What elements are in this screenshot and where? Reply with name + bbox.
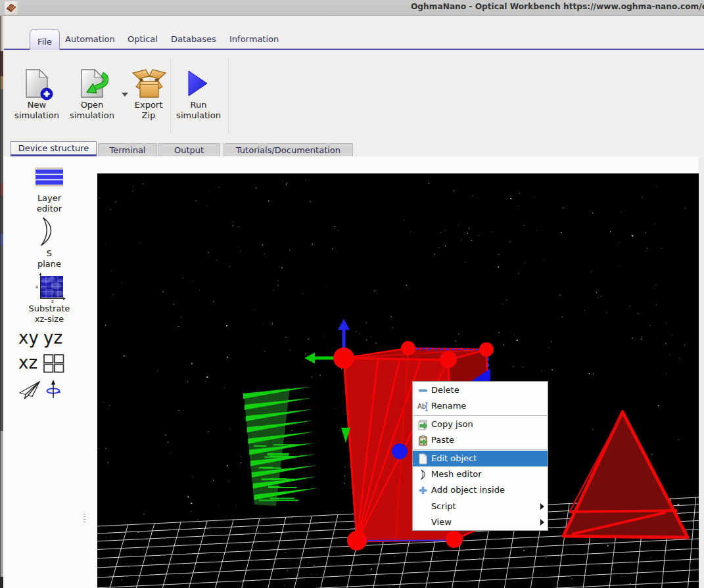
s-plane-icon — [38, 217, 58, 247]
svg-text:z: z — [51, 299, 54, 303]
menu-item-mesh-editor[interactable]: Mesh editor — [413, 466, 548, 482]
open-document-icon — [80, 68, 112, 102]
substrate-xz-size-label: Substratexz-size — [16, 304, 82, 325]
mesh-icon — [417, 469, 429, 480]
tetrahedron-object[interactable] — [563, 412, 688, 537]
menubar-underline — [4, 49, 704, 50]
splitter-handle[interactable] — [83, 514, 85, 524]
rename-icon: Ab — [417, 401, 429, 412]
menu-tab-databases[interactable]: Databases — [171, 34, 216, 44]
ribbon-separator — [170, 58, 171, 133]
fly-view-button[interactable] — [18, 378, 41, 399]
menu-tab-file[interactable]: File — [30, 29, 60, 50]
plus-icon — [417, 485, 429, 496]
rotate-icon — [45, 379, 63, 399]
chip-icon — [5, 1, 18, 14]
s-plane-label: Splane — [16, 248, 82, 269]
new-document-icon — [25, 68, 57, 102]
menu-item-rename[interactable]: Ab Rename — [413, 398, 548, 414]
view-yz-button[interactable]: yz — [43, 328, 62, 348]
export-zip-button[interactable]: ExportZip — [121, 58, 176, 134]
menu-tab-optical[interactable]: Optical — [128, 34, 158, 44]
tab-terminal[interactable]: Terminal — [98, 143, 157, 156]
menu-item-view[interactable]: View — [413, 514, 548, 530]
paper-plane-icon — [18, 378, 41, 399]
new-simulation-button[interactable]: Newsimulation — [9, 58, 64, 134]
svg-text:x: x — [35, 284, 38, 290]
layer-editor-label: Layereditor — [16, 193, 82, 214]
substrate-plot-icon: x z — [34, 273, 66, 303]
layer-editor-button[interactable] — [33, 166, 66, 187]
run-simulation-label: Runsimulation — [171, 100, 226, 120]
grid-view-button[interactable] — [43, 353, 65, 373]
substrate-xz-size-button[interactable]: x z — [34, 273, 66, 303]
menu-item-delete[interactable]: Delete — [413, 382, 548, 398]
menu-item-script[interactable]: Script — [413, 499, 548, 514]
menu-item-copy-json[interactable]: Copy json — [413, 417, 548, 432]
menu-separator — [413, 449, 547, 450]
right-gutter — [699, 156, 704, 588]
s-plane-button[interactable] — [38, 217, 58, 247]
tab-device-structure[interactable]: Device structure — [11, 141, 97, 156]
ribbon-separator — [228, 58, 229, 133]
run-play-icon — [187, 70, 210, 99]
rotate-view-button[interactable] — [45, 379, 63, 399]
menu-tab-automation[interactable]: Automation — [65, 34, 115, 44]
3d-viewport[interactable] — [97, 173, 699, 588]
open-simulation-label: Opensimulation — [64, 100, 120, 120]
menu-item-paste[interactable]: Paste — [413, 432, 548, 448]
title-bar[interactable]: OghmaNano - Optical Workbench https://ww… — [0, 0, 704, 16]
submenu-arrow-icon — [540, 519, 544, 526]
copy-icon — [417, 419, 429, 430]
green-grating-object[interactable] — [243, 387, 318, 507]
paste-icon — [417, 435, 429, 446]
run-simulation-button[interactable]: Runsimulation — [171, 58, 226, 134]
svg-text:Ab: Ab — [417, 403, 426, 410]
export-zip-label: ExportZip — [121, 100, 176, 120]
tab-tutorials-documentation[interactable]: Tutorials/Documentation — [223, 143, 353, 156]
app-icon[interactable] — [5, 1, 18, 14]
menu-tab-information[interactable]: Information — [229, 34, 279, 44]
menu-item-add-object-inside[interactable]: Add object inside — [413, 482, 548, 498]
layer-editor-icon — [33, 166, 66, 187]
context-menu: Delete Ab Rename Copy json Paste — [412, 381, 548, 531]
tab-output[interactable]: Output — [158, 143, 220, 156]
view-xy-button[interactable]: xy — [18, 328, 39, 348]
left-window-edge-line — [0, 16, 1, 588]
new-simulation-label: Newsimulation — [9, 100, 64, 120]
open-simulation-button[interactable]: Opensimulation — [64, 58, 120, 134]
selected-vertex-handle[interactable] — [392, 443, 408, 459]
window-title: OghmaNano - Optical Workbench https://ww… — [411, 2, 704, 11]
menu-item-edit-object[interactable]: Edit object — [413, 451, 548, 466]
document-icon — [417, 453, 429, 464]
view-xz-button[interactable]: xz — [18, 353, 37, 373]
submenu-arrow-icon — [540, 503, 544, 510]
minus-icon — [417, 385, 429, 396]
grid-icon — [43, 353, 65, 373]
export-box-icon — [131, 68, 167, 101]
menu-separator — [413, 415, 547, 416]
